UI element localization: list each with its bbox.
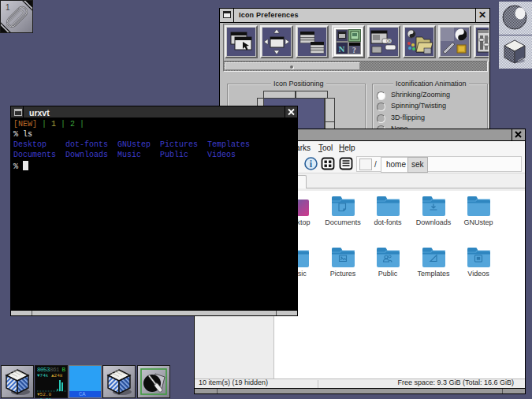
svg-text:1: 1	[6, 3, 10, 12]
svg-text:N: N	[339, 44, 345, 54]
svg-text:?: ?	[352, 47, 356, 54]
svg-text:OK: OK	[386, 39, 392, 43]
